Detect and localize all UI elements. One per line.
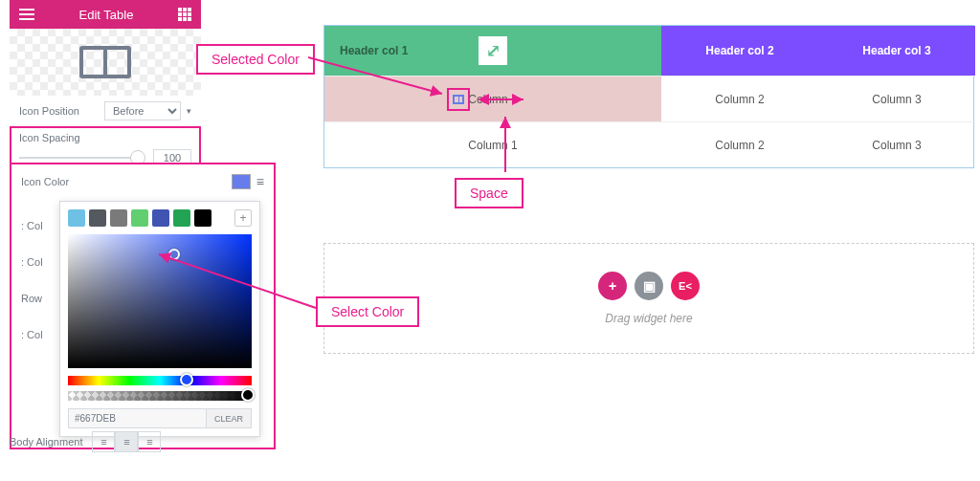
menu-icon[interactable] xyxy=(19,9,34,20)
sidebar-header: Edit Table xyxy=(10,0,201,29)
hue-slider[interactable] xyxy=(68,376,252,385)
annotation-space: Space xyxy=(455,178,523,208)
color-panel: Icon Color ≡ : Col : Col Row : Col + CLE… xyxy=(10,163,276,449)
side-label: : Col xyxy=(21,220,43,231)
icon-position-label: Icon Position xyxy=(19,105,79,117)
sv-cursor[interactable] xyxy=(168,249,180,260)
table-cell[interactable]: Column 1 xyxy=(324,76,661,121)
table-cell[interactable]: Column 3 xyxy=(818,121,975,167)
table-header[interactable]: Header col 2 xyxy=(661,26,818,76)
annotation-selected-color: Selected Color xyxy=(196,44,315,75)
saturation-value-area[interactable] xyxy=(68,234,252,368)
selected-color-icon-box xyxy=(447,88,470,111)
preset-swatch[interactable] xyxy=(194,209,212,227)
alpha-thumb[interactable] xyxy=(241,388,255,402)
preset-swatch[interactable] xyxy=(110,209,127,227)
ekit-button[interactable]: E< xyxy=(671,272,700,300)
align-left-button[interactable]: ≡ xyxy=(92,431,115,452)
table-cell[interactable]: Column 2 xyxy=(661,121,818,167)
side-label: Row xyxy=(21,293,42,304)
preset-row: + xyxy=(68,209,252,227)
icon-spacing-label: Icon Spacing xyxy=(19,132,191,143)
clear-button[interactable]: CLEAR xyxy=(207,408,252,428)
add-section-button[interactable]: + xyxy=(598,272,627,300)
annotation-select-color: Select Color xyxy=(316,296,419,327)
add-preset-button[interactable]: + xyxy=(234,209,252,227)
align-center-button[interactable]: ≡ xyxy=(115,431,138,452)
table-cell[interactable]: Column 2 xyxy=(661,76,818,121)
table-header[interactable]: Header col 1 ⤢ xyxy=(324,26,661,76)
columns-icon xyxy=(79,46,131,78)
align-right-button[interactable]: ≡ xyxy=(138,431,161,452)
side-label: : Col xyxy=(21,256,43,268)
icon-preview xyxy=(10,29,201,96)
preset-swatch[interactable] xyxy=(131,209,148,227)
panel-title: Edit Table xyxy=(79,8,134,22)
side-label: : Col xyxy=(21,329,43,340)
hamburger-icon[interactable]: ≡ xyxy=(256,174,264,189)
table-preview: Header col 1 ⤢ Header col 2 Header col 3… xyxy=(323,25,974,168)
hue-thumb[interactable] xyxy=(180,373,193,386)
hex-input[interactable] xyxy=(68,408,207,428)
color-swatch[interactable] xyxy=(232,174,251,189)
table-cell[interactable]: Column 1 xyxy=(324,121,661,167)
table-cell[interactable]: Column 3 xyxy=(818,76,975,121)
table-header[interactable]: Header col 3 xyxy=(818,26,975,76)
preset-swatch[interactable] xyxy=(68,209,85,227)
columns-icon xyxy=(453,95,464,104)
color-picker-popover: + CLEAR xyxy=(59,201,260,437)
expand-icon[interactable]: ⤢ xyxy=(479,36,507,65)
icon-position-row: Icon Position Before ▾ xyxy=(10,96,201,126)
body-alignment-row: Body Alignment ≡ ≡ ≡ xyxy=(10,431,161,452)
template-library-button[interactable]: ▣ xyxy=(635,272,663,300)
chevron-down-icon: ▾ xyxy=(187,106,191,116)
preset-swatch[interactable] xyxy=(89,209,106,227)
icon-color-label: Icon Color xyxy=(21,176,69,187)
preset-swatch[interactable] xyxy=(152,209,169,227)
preset-swatch[interactable] xyxy=(173,209,190,227)
apps-icon[interactable] xyxy=(178,8,191,21)
drop-hint: Drag widget here xyxy=(605,312,692,325)
icon-spacing-slider[interactable] xyxy=(19,157,145,159)
alpha-slider[interactable] xyxy=(68,391,252,401)
drop-zone[interactable]: + ▣ E< Drag widget here xyxy=(323,243,974,354)
icon-position-select[interactable]: Before xyxy=(104,101,181,120)
